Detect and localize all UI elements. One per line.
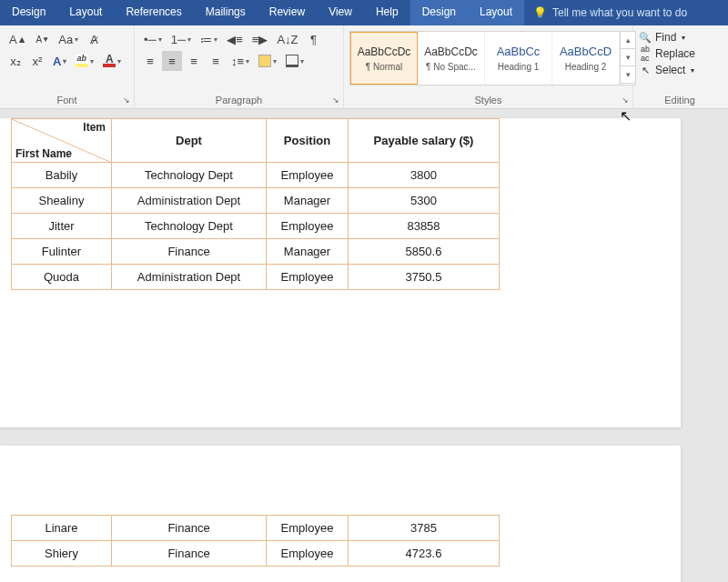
clear-formatting-button[interactable]: A̷ — [84, 29, 104, 49]
tab-view[interactable]: View — [317, 0, 364, 25]
document-page-2[interactable]: LinareFinanceEmployee3785 ShieryFinanceE… — [0, 446, 681, 582]
subscript-button[interactable]: x₂ — [5, 51, 25, 71]
ribbon-tabs: Design Layout References Mailings Review… — [0, 0, 728, 25]
style-normal[interactable]: AaBbCcDc ¶ Normal — [350, 32, 418, 85]
tab-design[interactable]: Design — [0, 0, 57, 25]
change-case-button[interactable]: Aa — [55, 29, 82, 49]
group-label-font: Font↘ — [0, 92, 134, 108]
styles-gallery: AaBbCcDc ¶ Normal AaBbCcDc ¶ No Spac... … — [349, 31, 636, 85]
show-hide-button[interactable]: ¶ — [304, 29, 324, 49]
group-paragraph: •─ 1─ ≔ ◀≡ ≡▶ A↓Z ¶ ≡ ≡ ≡ ≡ ↕≡ — [135, 25, 344, 108]
grow-font-button[interactable]: A▲ — [5, 29, 30, 49]
tab-mailings[interactable]: Mailings — [194, 0, 258, 25]
ribbon: A▲ A▼ Aa A̷ x₂ x² A A Font↘ •─ — [0, 25, 728, 109]
superscript-button[interactable]: x² — [27, 51, 47, 71]
tell-me-input[interactable] — [552, 6, 728, 19]
table-row[interactable]: BabilyTechnology DeptEmployee3800 — [12, 163, 500, 188]
group-styles: AaBbCcDc ¶ Normal AaBbCcDc ¶ No Spac... … — [344, 25, 633, 108]
replace-button[interactable]: abac Replace — [635, 45, 699, 62]
diag-header-top: Item — [83, 121, 106, 134]
align-center-button[interactable]: ≡ — [162, 51, 182, 71]
align-left-button[interactable]: ≡ — [140, 51, 160, 71]
header-dept[interactable]: Dept — [112, 119, 267, 163]
replace-icon: abac — [639, 47, 652, 60]
tab-references[interactable]: References — [114, 0, 193, 25]
group-label-editing: Editing — [633, 92, 726, 108]
tell-me-box[interactable]: 💡 — [524, 0, 728, 25]
sort-button[interactable]: A↓Z — [273, 29, 301, 49]
lightbulb-icon: 💡 — [533, 6, 547, 19]
multilevel-list-button[interactable]: ≔ — [197, 29, 221, 49]
highlight-button[interactable] — [72, 51, 97, 71]
table-row[interactable]: ShieryFinanceEmployee4723.6 — [12, 541, 500, 567]
bullets-button[interactable]: •─ — [140, 29, 166, 49]
align-right-button[interactable]: ≡ — [184, 51, 204, 71]
tab-review[interactable]: Review — [258, 0, 317, 25]
payroll-table-2[interactable]: LinareFinanceEmployee3785 ShieryFinanceE… — [11, 515, 500, 567]
shading-button[interactable] — [255, 51, 280, 71]
document-page-1[interactable]: Item First Name Dept Position Payable sa… — [0, 118, 681, 427]
group-editing: 🔍 Find ▾ abac Replace ↖ Select ▾ Editing — [633, 25, 726, 108]
decrease-indent-button[interactable]: ◀≡ — [223, 29, 247, 49]
shrink-font-button[interactable]: A▼ — [32, 29, 53, 49]
style-heading-1[interactable]: AaBbCc Heading 1 — [485, 32, 552, 85]
increase-indent-button[interactable]: ≡▶ — [248, 29, 272, 49]
table-row[interactable]: QuodaAdministration DeptEmployee3750.5 — [12, 265, 500, 290]
chevron-down-icon: ▾ — [691, 66, 694, 75]
tab-table-layout[interactable]: Layout — [468, 0, 524, 25]
justify-button[interactable]: ≡ — [206, 51, 226, 71]
search-icon: 🔍 — [639, 31, 652, 44]
table-row[interactable]: FulinterFinanceManager5850.6 — [12, 239, 500, 265]
select-button[interactable]: ↖ Select ▾ — [635, 62, 698, 78]
tab-help[interactable]: Help — [364, 0, 410, 25]
chevron-down-icon: ▾ — [682, 34, 685, 42]
diagonal-header-cell[interactable]: Item First Name — [12, 119, 112, 163]
table-row[interactable]: ShealinyAdministration DeptManager5300 — [12, 188, 500, 214]
style-no-spacing[interactable]: AaBbCcDc ¶ No Spac... — [418, 32, 485, 85]
diag-header-bottom: First Name — [15, 147, 72, 160]
table-row[interactable]: JitterTechnology DeptEmployee83858 — [12, 214, 500, 239]
group-label-paragraph: Paragraph↘ — [135, 92, 343, 108]
font-color-button[interactable]: A — [99, 51, 125, 71]
font-dialog-launcher[interactable]: ↘ — [123, 94, 130, 106]
styles-dialog-launcher[interactable]: ↘ — [622, 94, 629, 106]
tab-table-design[interactable]: Design — [410, 0, 468, 25]
cursor-icon: ↖ — [639, 64, 652, 76]
table-row[interactable]: LinareFinanceEmployee3785 — [12, 516, 500, 541]
payroll-table-1[interactable]: Item First Name Dept Position Payable sa… — [11, 118, 500, 290]
header-salary[interactable]: Payable salary ($) — [349, 119, 500, 163]
line-spacing-button[interactable]: ↕≡ — [228, 51, 253, 71]
group-font: A▲ A▼ Aa A̷ x₂ x² A A Font↘ — [0, 25, 135, 108]
style-heading-2[interactable]: AaBbCcD Heading 2 — [552, 32, 620, 85]
header-position[interactable]: Position — [267, 119, 349, 163]
tab-layout[interactable]: Layout — [57, 0, 114, 25]
numbering-button[interactable]: 1─ — [167, 29, 195, 49]
borders-button[interactable] — [282, 51, 308, 71]
text-effects-button[interactable]: A — [49, 51, 70, 71]
find-button[interactable]: 🔍 Find ▾ — [635, 29, 689, 45]
paragraph-dialog-launcher[interactable]: ↘ — [332, 94, 339, 106]
group-label-styles: Styles↘ — [344, 92, 632, 108]
